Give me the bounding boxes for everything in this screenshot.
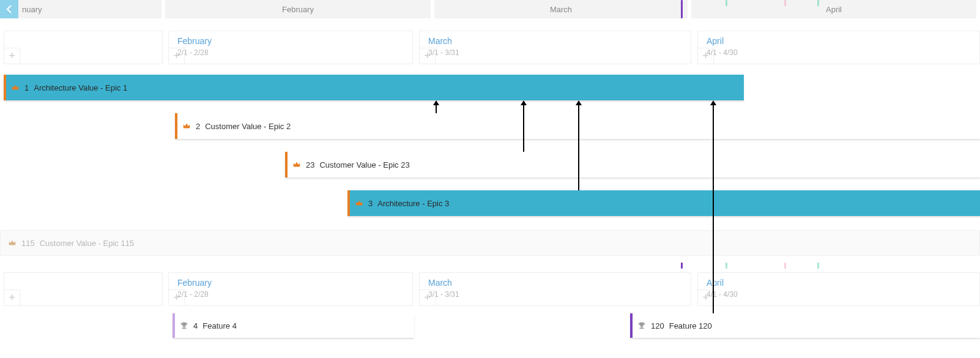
feature-bar[interactable]: 120 Feature 120 <box>630 313 980 338</box>
timeline-marker <box>726 0 727 6</box>
crown-icon <box>355 199 363 207</box>
trophy-icon <box>637 321 646 330</box>
timeline-marker <box>681 0 683 18</box>
feature-id: 4 <box>193 321 198 330</box>
sprint-header[interactable]: + <box>4 272 163 306</box>
sprint-header[interactable]: March 3/1 - 3/31 + <box>419 272 691 306</box>
feature-stripe <box>173 313 175 338</box>
sprint-title: April <box>707 278 724 288</box>
month-label: nuary <box>22 5 42 14</box>
epic-id: 1 <box>24 83 29 92</box>
epic-id: 115 <box>21 239 35 248</box>
epic-label: Architecture Value - Epic 1 <box>34 83 127 92</box>
epic-stripe <box>285 152 288 177</box>
month-label: February <box>282 5 314 14</box>
epic-bar-ghost[interactable]: 115 Customer Value - Epic 115 <box>0 230 980 256</box>
sprint-header[interactable]: February 2/1 - 2/28 + <box>168 272 413 306</box>
add-button[interactable]: + <box>698 289 714 305</box>
add-button[interactable]: + <box>420 48 436 64</box>
epic-bar[interactable]: 2 Customer Value - Epic 2 <box>175 113 980 139</box>
epic-stripe <box>175 113 177 139</box>
crown-icon <box>8 239 17 247</box>
sprint-header[interactable]: April 4/1 - 4/30 + <box>697 272 980 306</box>
timeline-marker <box>681 263 683 269</box>
epic-label: Customer Value - Epic 2 <box>205 122 291 131</box>
month-cell[interactable]: April <box>691 0 980 18</box>
add-button[interactable]: + <box>698 48 714 64</box>
feature-label: Feature 120 <box>669 321 712 330</box>
epic-label: Customer Value - Epic 115 <box>40 239 134 248</box>
epic-bar[interactable]: 23 Customer Value - Epic 23 <box>285 152 980 177</box>
epic-id: 3 <box>368 199 373 208</box>
timeline-marker <box>817 0 819 6</box>
feature-label: Feature 4 <box>202 321 237 330</box>
feature-stripe <box>630 313 633 338</box>
epic-stripe <box>4 75 6 100</box>
sprint-title: February <box>177 278 212 288</box>
dependency-arrow <box>713 105 714 313</box>
sprint-header[interactable]: + <box>4 31 163 64</box>
feature-id: 120 <box>651 321 664 330</box>
sprint-title: March <box>428 278 452 288</box>
epic-bar[interactable]: 3 Architecture - Epic 3 <box>347 190 980 216</box>
timeline-marker <box>726 263 727 269</box>
timeline-marker <box>784 0 786 6</box>
dependency-arrow <box>523 105 524 152</box>
epic-bar[interactable]: 1 Architecture Value - Epic 1 <box>4 75 744 100</box>
sprint-title: March <box>428 36 452 46</box>
add-button[interactable]: + <box>4 289 20 305</box>
month-cell[interactable]: March <box>434 0 691 18</box>
timeline-marker <box>784 263 786 269</box>
dependency-arrow <box>578 105 579 190</box>
arrow-head-icon <box>521 100 527 105</box>
trophy-icon <box>180 321 188 330</box>
epic-id: 23 <box>306 160 314 170</box>
arrow-head-icon <box>710 100 716 105</box>
crown-icon <box>292 160 301 169</box>
add-button[interactable]: + <box>420 289 436 305</box>
epic-id: 2 <box>196 122 200 131</box>
sprint-title: February <box>177 36 212 46</box>
add-button[interactable]: + <box>169 48 185 64</box>
add-button[interactable]: + <box>169 289 185 305</box>
crown-icon <box>11 83 20 92</box>
dependency-arrow <box>436 105 437 113</box>
arrow-head-icon <box>576 100 582 105</box>
sprint-header[interactable]: February 2/1 - 2/28 + <box>168 31 413 64</box>
month-label: April <box>826 5 842 14</box>
timeline-marker <box>817 263 819 269</box>
sprint-header[interactable]: March 3/1 - 3/31 + <box>419 31 691 64</box>
sprint-header[interactable]: April 4/1 - 4/30 + <box>697 31 980 64</box>
crown-icon <box>182 122 191 130</box>
nav-prev-button[interactable] <box>0 0 18 18</box>
feature-bar[interactable]: 4 Feature 4 <box>173 313 414 338</box>
epic-label: Customer Value - Epic 23 <box>319 160 409 170</box>
sprint-title: April <box>707 36 724 46</box>
month-header: nuary February March April <box>0 0 980 18</box>
month-cell[interactable]: February <box>165 0 434 18</box>
arrow-head-icon <box>433 100 439 105</box>
add-button[interactable]: + <box>4 48 20 64</box>
month-label: March <box>550 5 572 14</box>
epic-label: Architecture - Epic 3 <box>377 199 449 208</box>
epic-stripe <box>347 190 350 216</box>
month-cell[interactable]: nuary <box>0 0 165 18</box>
